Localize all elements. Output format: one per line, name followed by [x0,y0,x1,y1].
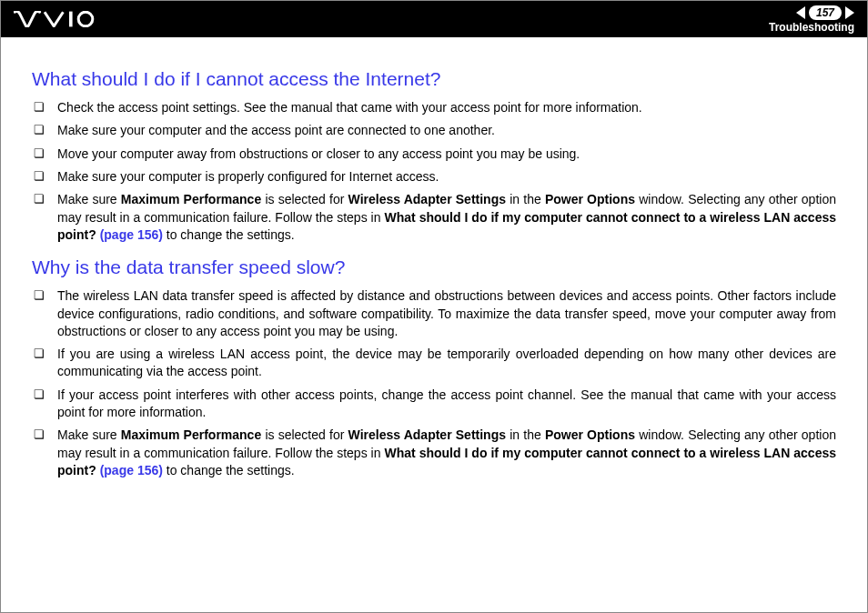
section-label: Troubleshooting [769,21,854,34]
list-item: Make sure Maximum Performance is selecte… [32,191,836,244]
list-item: If your access point interferes with oth… [32,387,836,422]
vaio-logo [14,11,114,27]
next-page-arrow-icon[interactable] [845,6,854,19]
list-item: Make sure your computer and the access p… [32,122,836,139]
page-link[interactable]: (page 156) [96,463,163,477]
heading-internet-access: What should I do if I cannot access the … [32,68,836,90]
list-item: Check the access point settings. See the… [32,99,836,116]
page-content: What should I do if I cannot access the … [1,37,867,479]
svg-point-1 [78,12,93,26]
list-item: The wireless LAN data transfer speed is … [32,287,836,340]
list-item: Make sure Maximum Performance is selecte… [32,427,836,479]
prev-page-arrow-icon[interactable] [796,6,805,19]
header-nav: 157 Troubleshooting [769,5,854,34]
list-internet-access: Check the access point settings. See the… [32,99,836,244]
page-number: 157 [809,5,842,20]
heading-transfer-speed: Why is the data transfer speed slow? [32,256,836,278]
header-bar: 157 Troubleshooting [1,1,867,37]
page-link[interactable]: (page 156) [96,227,163,242]
list-item: Make sure your computer is properly conf… [32,168,836,186]
page-indicator: 157 [796,5,854,20]
list-transfer-speed: The wireless LAN data transfer speed is … [32,287,836,479]
list-item: Move your computer away from obstruction… [32,146,836,163]
svg-rect-0 [69,12,73,27]
list-item: If you are using a wireless LAN access p… [32,346,836,381]
